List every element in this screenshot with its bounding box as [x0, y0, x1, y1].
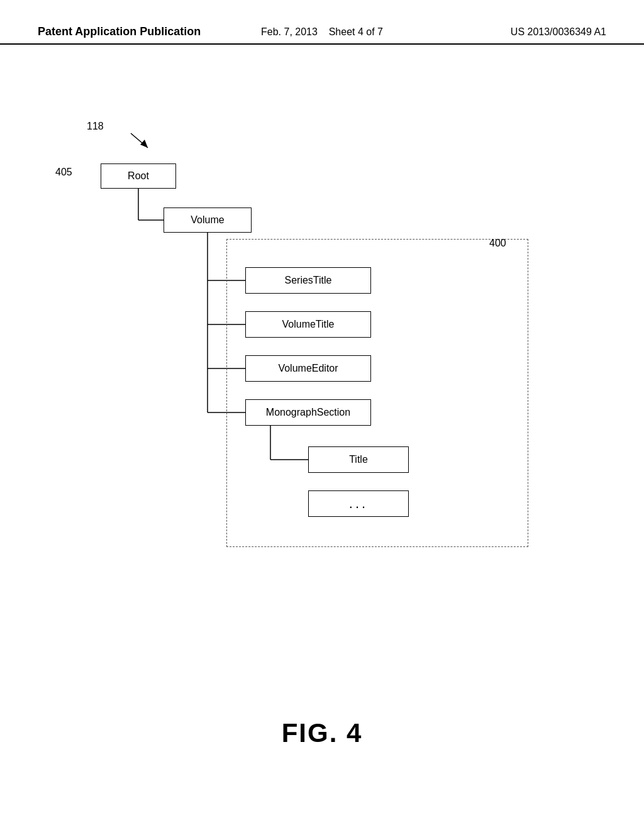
root-node-label: Root: [128, 170, 149, 182]
ellipsis-node: ...: [308, 490, 409, 517]
volume-editor-node: VolumeEditor: [245, 355, 371, 382]
patent-number-label: US 2013/0036349 A1: [417, 26, 606, 38]
series-title-label: SeriesTitle: [285, 275, 332, 286]
publication-label: Patent Application Publication: [38, 25, 227, 38]
volume-node-label: Volume: [191, 214, 224, 226]
header: Patent Application Publication Feb. 7, 2…: [0, 25, 644, 45]
series-title-node: SeriesTitle: [245, 267, 371, 294]
ref-405-label: 405: [55, 167, 72, 178]
ref-400-label: 400: [489, 238, 506, 249]
page: Patent Application Publication Feb. 7, 2…: [0, 0, 644, 830]
figure-caption: FIG. 4: [0, 718, 644, 748]
volume-editor-label: VolumeEditor: [278, 363, 338, 374]
title-label: Title: [349, 454, 368, 465]
root-node: Root: [101, 163, 176, 189]
monograph-section-node: MonographSection: [245, 399, 371, 426]
ellipsis-label: ...: [349, 495, 368, 512]
date-label: Feb. 7, 2013: [261, 26, 318, 37]
title-node: Title: [308, 446, 409, 473]
diagram-area: 118 405 Root Volume 400 SeriesTitle Volu…: [38, 82, 606, 572]
sheet-label: Sheet 4 of 7: [329, 26, 383, 37]
svg-line-0: [131, 133, 148, 148]
volume-title-label: VolumeTitle: [282, 319, 335, 330]
svg-marker-1: [140, 140, 148, 148]
volume-title-node: VolumeTitle: [245, 311, 371, 338]
ref-118-label: 118: [87, 121, 104, 132]
volume-node: Volume: [164, 208, 252, 233]
date-sheet-label: Feb. 7, 2013 Sheet 4 of 7: [227, 26, 416, 38]
monograph-section-label: MonographSection: [266, 407, 350, 418]
